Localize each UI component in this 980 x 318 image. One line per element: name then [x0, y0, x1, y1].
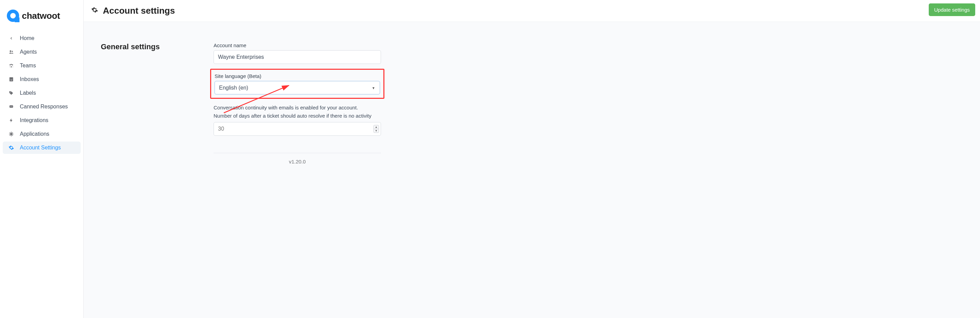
- sidebar-item-label: Teams: [20, 62, 36, 69]
- svg-point-2: [10, 64, 11, 66]
- section-title: General settings: [101, 42, 203, 51]
- auto-resolve-days-input[interactable]: [213, 122, 381, 136]
- sidebar-item-agents[interactable]: Agents: [3, 46, 81, 58]
- canned-icon: [8, 104, 15, 109]
- svg-point-3: [11, 64, 12, 65]
- svg-point-9: [12, 106, 12, 107]
- account-name-label: Account name: [213, 42, 381, 48]
- update-settings-button[interactable]: Update settings: [929, 3, 975, 16]
- labels-icon: [8, 90, 15, 96]
- sidebar-item-applications[interactable]: Applications: [3, 128, 81, 140]
- gear-icon: [8, 145, 15, 150]
- sidebar-item-label: Account Settings: [20, 145, 61, 151]
- stepper-up-icon[interactable]: ▲: [374, 126, 379, 129]
- agents-icon: [8, 50, 15, 54]
- logo-mark-icon: [7, 10, 19, 22]
- topbar: Account settings: [84, 0, 980, 22]
- sidebar-item-label: Applications: [20, 131, 49, 137]
- brand-logo: chatwoot: [0, 6, 83, 32]
- sidebar-item-label: Agents: [20, 49, 37, 55]
- language-highlight-annotation: Site language (Beta) English (en) ▼: [210, 69, 384, 99]
- svg-point-1: [12, 51, 13, 52]
- number-stepper[interactable]: ▲ ▼: [374, 125, 379, 133]
- sidebar-item-home[interactable]: Home: [3, 32, 81, 45]
- sidebar-item-labels[interactable]: Labels: [3, 87, 81, 99]
- continuity-info-text: Conversation continuity with emails is e…: [213, 104, 381, 120]
- sidebar-item-inboxes[interactable]: Inboxes: [3, 73, 81, 85]
- sidebar-item-label: Home: [20, 35, 35, 42]
- applications-icon: [8, 131, 15, 137]
- main-content: Account settings Update settings General…: [84, 0, 980, 318]
- sidebar: chatwoot Home Agents Teams: [0, 0, 84, 318]
- chevron-left-icon: [8, 36, 15, 40]
- sidebar-item-account-settings[interactable]: Account Settings: [3, 142, 81, 154]
- site-language-label: Site language (Beta): [215, 73, 380, 79]
- sidebar-item-label: Integrations: [20, 117, 49, 123]
- integrations-icon: [8, 117, 15, 123]
- stepper-down-icon[interactable]: ▼: [374, 129, 379, 133]
- gear-icon: [91, 6, 98, 15]
- inboxes-icon: [8, 77, 15, 82]
- svg-point-7: [10, 106, 11, 107]
- sidebar-item-integrations[interactable]: Integrations: [3, 114, 81, 126]
- sidebar-item-label: Labels: [20, 90, 36, 96]
- sidebar-item-canned-responses[interactable]: Canned Responses: [3, 101, 81, 113]
- svg-point-8: [11, 106, 11, 107]
- brand-name: chatwoot: [22, 11, 60, 21]
- version-text: v1.20.0: [289, 159, 305, 165]
- sidebar-item-label: Canned Responses: [20, 104, 68, 110]
- svg-point-4: [12, 64, 13, 66]
- sidebar-item-label: Inboxes: [20, 76, 39, 82]
- site-language-select[interactable]: English (en): [215, 81, 380, 94]
- svg-point-0: [10, 50, 11, 52]
- sidebar-nav: Home Agents Teams Inboxes: [0, 32, 83, 154]
- page-title: Account settings: [103, 5, 175, 16]
- teams-icon: [8, 63, 15, 68]
- svg-point-5: [10, 92, 11, 92]
- account-name-input[interactable]: [213, 50, 381, 64]
- sidebar-item-teams[interactable]: Teams: [3, 59, 81, 72]
